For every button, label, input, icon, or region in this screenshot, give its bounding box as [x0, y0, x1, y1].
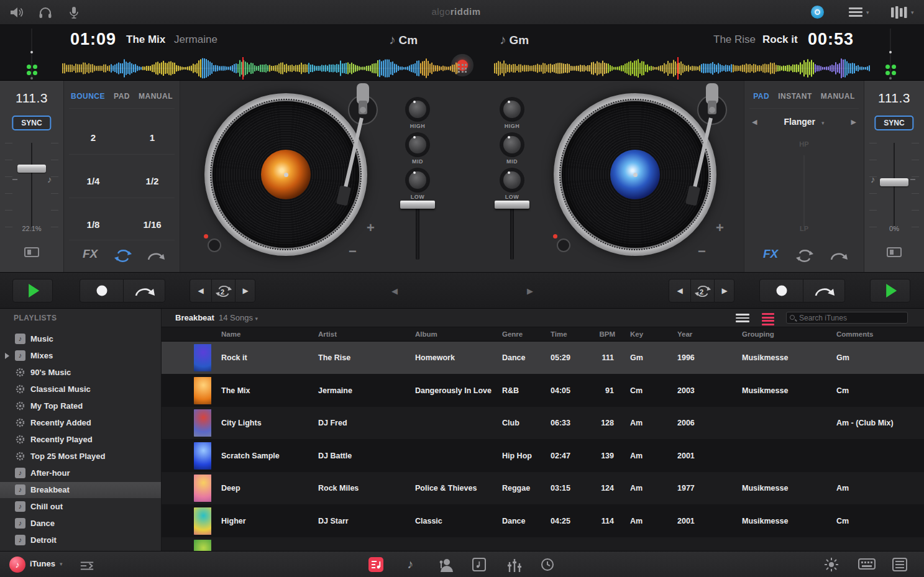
menu-icon[interactable]: [849, 7, 862, 17]
channel-a-mid-knob[interactable]: [405, 132, 430, 157]
channel-b-low-knob[interactable]: [500, 168, 524, 193]
tab-pad[interactable]: PAD: [753, 92, 769, 101]
column-header-time[interactable]: Time: [541, 330, 590, 338]
column-header-album[interactable]: Album: [405, 330, 492, 338]
deck-b-waveform[interactable]: [494, 57, 870, 80]
deck-a-loop-halve-button[interactable]: ◀: [190, 279, 211, 302]
deck-b-pitch-handle[interactable]: [880, 178, 908, 186]
bounce-beat-1-8[interactable]: 1/8: [73, 210, 113, 240]
sidebar-item-recently-added[interactable]: Recently Added: [0, 415, 162, 431]
tab-instant[interactable]: INSTANT: [778, 92, 812, 101]
track-row-partial[interactable]: [162, 537, 924, 551]
deck-b-pitch-slider[interactable]: [864, 143, 924, 227]
sidebar-item-my-top-rated[interactable]: My Top Rated: [0, 398, 162, 414]
column-header-name[interactable]: Name: [211, 330, 308, 338]
media-tab-songs[interactable]: ♪: [403, 557, 418, 572]
layout-columns-icon[interactable]: [891, 6, 908, 19]
media-tab-history[interactable]: [540, 557, 555, 572]
tab-manual[interactable]: MANUAL: [139, 92, 173, 101]
sidebar-item-after-hour[interactable]: ♪After-hour: [0, 465, 162, 481]
sidebar-item-top-25-most-played[interactable]: Top 25 Most Played: [0, 448, 162, 465]
library-toggle-icon[interactable]: [80, 558, 94, 573]
keyboard-icon[interactable]: [858, 557, 873, 572]
deck-a-pitch-bend-minus[interactable]: −: [349, 243, 357, 260]
deck-a-fx-button[interactable]: FX: [83, 247, 98, 261]
column-header-bpm[interactable]: BPM: [590, 330, 620, 338]
sidebar-item-classical-music[interactable]: Classical Music: [0, 381, 162, 398]
settings-icon[interactable]: [824, 557, 839, 572]
queue-icon[interactable]: [892, 557, 907, 572]
channel-b-high-knob[interactable]: [500, 97, 524, 122]
channel-a-low-knob[interactable]: [405, 168, 430, 193]
column-header-comments[interactable]: Comments: [826, 330, 924, 338]
media-tab-artists[interactable]: [437, 557, 452, 572]
bounce-beat-1-2[interactable]: 1/2: [132, 166, 172, 196]
deck-a-eject-icon[interactable]: [24, 247, 39, 257]
deck-a-bounce-arrow-icon[interactable]: [147, 250, 165, 262]
deck-b-set-cue-button[interactable]: [760, 279, 803, 302]
deck-a-motor-button[interactable]: [208, 239, 221, 252]
column-header-year[interactable]: Year: [667, 330, 732, 338]
sidebar-item-breakbeat[interactable]: ♪Breakbeat: [0, 482, 162, 498]
deck-b-fx-button[interactable]: FX: [763, 247, 778, 261]
media-tab-genres[interactable]: [506, 557, 521, 572]
track-row-scratch-sample[interactable]: Scratch SampleDJ BattleHip Hop02:47139Am…: [162, 440, 924, 472]
column-header-artist[interactable]: Artist: [308, 330, 405, 338]
tab-bounce[interactable]: BOUNCE: [71, 92, 105, 101]
crossfader-right-icon[interactable]: ▶: [527, 286, 533, 296]
sidebar-item-music[interactable]: ♪Music: [0, 331, 162, 347]
channel-b-volume-handle[interactable]: [495, 201, 529, 209]
status-blue-icon[interactable]: [811, 6, 824, 19]
deck-a-waveform[interactable]: [62, 57, 458, 80]
disclosure-icon[interactable]: [5, 353, 9, 359]
deck-b-effect-selector[interactable]: ◀ Flanger ▾ ▶: [744, 117, 864, 127]
channel-b-volume-fader[interactable]: [493, 200, 531, 260]
deck-b-sync-button[interactable]: SYNC: [874, 116, 913, 130]
bounce-beat-1-4[interactable]: 1/4: [73, 166, 113, 196]
channel-a-high-knob[interactable]: [405, 97, 430, 122]
deck-b-loop-halve-button[interactable]: ◀: [669, 279, 690, 302]
deck-b-key[interactable]: ♪Gm: [500, 32, 529, 47]
column-header-grouping[interactable]: Grouping: [732, 330, 826, 338]
tab-pad[interactable]: PAD: [114, 92, 130, 101]
song-count[interactable]: 14 Songs ▾: [219, 313, 258, 322]
column-header-row[interactable]: NameArtistAlbumGenreTimeBPMKeyYearGroupi…: [162, 327, 924, 342]
effect-next-icon[interactable]: ▶: [851, 118, 856, 126]
sidebar-item-recently-played[interactable]: Recently Played: [0, 432, 162, 448]
deck-a-sync-button[interactable]: SYNC: [12, 116, 51, 130]
bounce-beat-1-16[interactable]: 1/16: [132, 210, 172, 240]
deck-b-eject-icon[interactable]: [887, 247, 902, 257]
deck-a-pitch-bend-plus[interactable]: +: [367, 220, 375, 236]
sidebar-item-detroit[interactable]: ♪Detroit: [0, 532, 162, 548]
deck-b-effect-slider[interactable]: [803, 155, 805, 227]
track-row-the-mix[interactable]: The MixJermaineDangerously In LoveR&B04:…: [162, 375, 924, 407]
deck-a-pitch-slider[interactable]: [0, 143, 63, 227]
deck-b-level-meter[interactable]: [882, 29, 899, 77]
deck-a-set-cue-button[interactable]: [80, 279, 123, 302]
sidebar-item-dance[interactable]: ♪Dance: [0, 516, 162, 532]
tab-manual[interactable]: MANUAL: [821, 92, 855, 101]
deck-a-tonearm[interactable]: [303, 82, 390, 225]
sidebar-item-chill-out[interactable]: ♪Chill out: [0, 499, 162, 515]
media-tab-albums[interactable]: [472, 557, 487, 572]
list-view-icon[interactable]: [736, 314, 749, 322]
deck-a-pitch-handle[interactable]: [17, 165, 46, 173]
track-row-rock-it[interactable]: Rock itThe RiseHomeworkDance05:29111Gm19…: [162, 342, 924, 374]
deck-a-jump-cue-button[interactable]: [134, 284, 156, 298]
search-input[interactable]: Search iTunes: [786, 312, 908, 324]
channel-b-mid-knob[interactable]: [500, 132, 524, 157]
media-tab-playlists[interactable]: [368, 557, 383, 572]
track-row-deep[interactable]: DeepRock MilesPolice & ThievesReggae03:1…: [162, 472, 924, 504]
column-header-genre[interactable]: Genre: [492, 330, 541, 338]
deck-a-loop-double-button[interactable]: ▶: [235, 279, 256, 302]
deck-a-key[interactable]: ♪Cm: [389, 32, 418, 47]
deck-b-motor-button[interactable]: [557, 239, 570, 252]
deck-b-play-button[interactable]: [870, 279, 910, 302]
deck-b-jump-cue-button[interactable]: [813, 284, 836, 298]
crossfader-left-icon[interactable]: ◀: [391, 286, 398, 296]
column-header-key[interactable]: Key: [620, 330, 667, 338]
source-selector[interactable]: iTunes: [30, 559, 55, 568]
deck-a-loop-icon[interactable]: [114, 248, 132, 263]
track-row-city-lights[interactable]: City LightsDJ FredClub06:33128Am2006Am -…: [162, 407, 924, 439]
colored-list-view-icon[interactable]: [762, 313, 774, 323]
